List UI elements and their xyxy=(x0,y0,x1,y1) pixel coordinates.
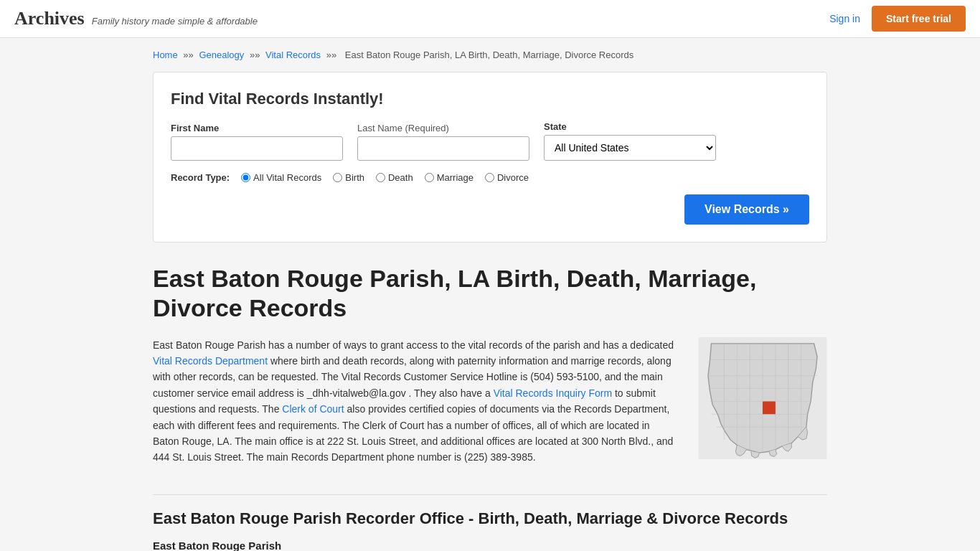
radio-all-input[interactable] xyxy=(241,173,250,182)
radio-divorce[interactable]: Divorce xyxy=(485,172,529,183)
search-fields: First Name Last Name (Required) State Al… xyxy=(171,121,809,161)
radio-all-vital[interactable]: All Vital Records xyxy=(241,172,321,183)
main-content: Home »» Genealogy »» Vital Records »» Ea… xyxy=(138,38,842,551)
header: Archives Family history made simple & af… xyxy=(0,0,980,38)
view-records-button[interactable]: View Records » xyxy=(684,194,809,225)
search-actions: View Records » xyxy=(171,194,809,225)
first-name-label: First Name xyxy=(171,123,343,133)
logo: Archives xyxy=(14,8,85,29)
breadcrumb-genealogy[interactable]: Genealogy xyxy=(199,50,244,60)
last-name-label: Last Name (Required) xyxy=(357,123,529,133)
louisiana-map xyxy=(698,337,827,459)
inquiry-form-link[interactable]: Vital Records Inquiry Form xyxy=(494,387,612,399)
radio-divorce-input[interactable] xyxy=(485,173,494,182)
radio-all-label: All Vital Records xyxy=(253,172,321,183)
search-box: Find Vital Records Instantly! First Name… xyxy=(153,72,827,242)
breadcrumb: Home »» Genealogy »» Vital Records »» Ea… xyxy=(153,50,827,60)
last-name-group: Last Name (Required) xyxy=(357,123,529,161)
header-left: Archives Family history made simple & af… xyxy=(14,8,258,29)
header-right: Sign in Start free trial xyxy=(829,6,966,32)
state-select[interactable]: All United States Louisiana Alabama Alas… xyxy=(544,135,716,161)
breadcrumb-home[interactable]: Home xyxy=(153,50,178,60)
radio-death[interactable]: Death xyxy=(376,172,413,183)
breadcrumb-sep1: »» xyxy=(183,50,196,60)
radio-birth[interactable]: Birth xyxy=(333,172,364,183)
radio-birth-input[interactable] xyxy=(333,173,342,182)
breadcrumb-current: East Baton Rouge Parish, LA Birth, Death… xyxy=(345,50,633,60)
breadcrumb-vital-records[interactable]: Vital Records xyxy=(265,50,321,60)
radio-marriage[interactable]: Marriage xyxy=(425,172,473,183)
page-title: East Baton Rouge Parish, LA Birth, Death… xyxy=(153,264,827,323)
state-group: State All United States Louisiana Alabam… xyxy=(544,121,716,161)
radio-death-input[interactable] xyxy=(376,173,385,182)
search-title: Find Vital Records Instantly! xyxy=(171,90,809,108)
content-section: East Baton Rouge Parish has a number of … xyxy=(153,337,827,466)
vital-records-dept-link[interactable]: Vital Records Department xyxy=(153,355,268,367)
radio-marriage-label: Marriage xyxy=(437,172,473,183)
content-text: East Baton Rouge Parish has a number of … xyxy=(153,337,677,466)
record-type-label: Record Type: xyxy=(171,172,230,183)
record-type-row: Record Type: All Vital Records Birth Dea… xyxy=(171,172,809,183)
tagline: Family history made simple & affordable xyxy=(92,16,258,27)
content-paragraph: East Baton Rouge Parish has a number of … xyxy=(153,337,677,466)
svg-rect-14 xyxy=(763,401,776,414)
clerk-of-court-link[interactable]: Clerk of Court xyxy=(282,403,344,415)
first-name-group: First Name xyxy=(171,123,343,161)
breadcrumb-sep2: »» xyxy=(250,50,263,60)
radio-divorce-label: Divorce xyxy=(497,172,529,183)
first-name-input[interactable] xyxy=(171,136,343,161)
radio-group: All Vital Records Birth Death Marriage D… xyxy=(241,172,529,183)
breadcrumb-sep3: »» xyxy=(326,50,339,60)
sub-heading: East Baton Rouge Parish xyxy=(153,540,827,551)
map-container xyxy=(698,337,827,461)
last-name-input[interactable] xyxy=(357,136,529,161)
start-trial-button[interactable]: Start free trial xyxy=(872,6,966,32)
radio-death-label: Death xyxy=(388,172,413,183)
signin-link[interactable]: Sign in xyxy=(829,13,860,24)
radio-birth-label: Birth xyxy=(345,172,364,183)
radio-marriage-input[interactable] xyxy=(425,173,434,182)
section2-heading: East Baton Rouge Parish Recorder Office … xyxy=(153,494,827,528)
state-label: State xyxy=(544,121,716,132)
